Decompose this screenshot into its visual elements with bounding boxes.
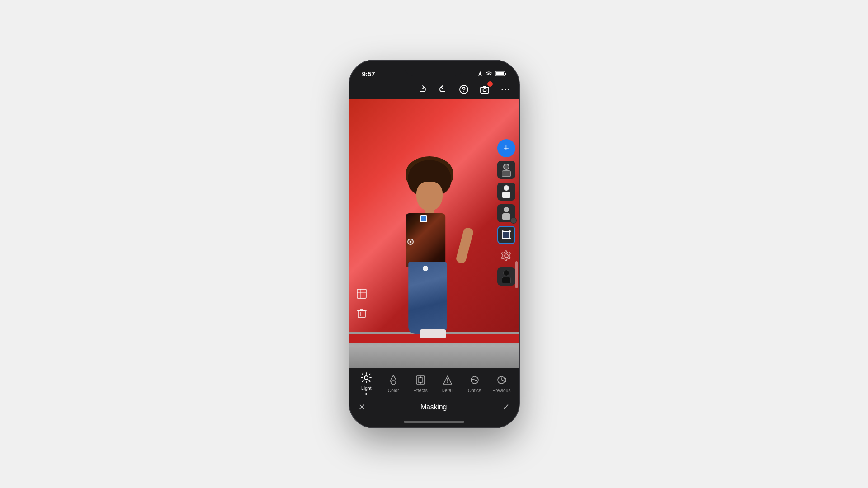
silhouette-button[interactable] — [497, 267, 515, 286]
light-active-dot — [365, 393, 367, 395]
subject-select-button[interactable] — [497, 183, 515, 201]
tool-color[interactable]: Color — [382, 374, 405, 393]
svg-rect-10 — [357, 289, 366, 298]
gradient-settings-button[interactable] — [498, 248, 514, 264]
svg-point-39 — [447, 382, 448, 383]
gradient-end-control[interactable] — [423, 266, 428, 271]
battery-icon — [495, 71, 506, 76]
svg-point-9 — [508, 89, 509, 90]
detail-icon — [441, 374, 454, 386]
optics-icon — [468, 374, 481, 386]
figure — [384, 160, 475, 368]
location-icon — [478, 71, 482, 77]
svg-line-27 — [363, 374, 363, 375]
photo-tool-icons — [355, 287, 368, 320]
mask-line-mid — [349, 230, 519, 230]
help-button[interactable] — [458, 83, 470, 96]
svg-point-18 — [509, 230, 511, 232]
add-mask-button[interactable]: + — [497, 139, 515, 157]
app-toolbar — [349, 80, 519, 99]
svg-line-29 — [369, 374, 370, 375]
rect-select-icon — [501, 230, 511, 240]
notch — [405, 61, 463, 76]
masking-close-button[interactable]: ✕ — [359, 402, 365, 412]
svg-rect-13 — [358, 310, 365, 318]
masking-title: Masking — [420, 403, 447, 411]
phone-device: 9:57 — [349, 61, 519, 427]
svg-point-22 — [364, 376, 368, 380]
wifi-icon — [485, 71, 492, 76]
phone-screen: 9:57 — [349, 61, 519, 427]
svg-point-8 — [505, 89, 506, 90]
status-bar: 9:57 — [349, 61, 519, 80]
masking-confirm-button[interactable]: ✓ — [502, 402, 510, 413]
remove-person-wrap: − — [497, 204, 515, 222]
tools-row: Light Color — [349, 371, 519, 395]
rect-select-button[interactable] — [497, 226, 515, 244]
tool-optics[interactable]: Optics — [463, 374, 486, 393]
bottom-toolbar: Light Color — [349, 368, 519, 397]
selection-handle[interactable] — [420, 215, 427, 222]
edit-icon[interactable] — [355, 287, 368, 300]
svg-rect-32 — [418, 378, 423, 382]
tool-light[interactable]: Light — [355, 371, 377, 395]
more-button[interactable] — [499, 83, 512, 96]
gradient-center-control[interactable] — [407, 239, 414, 245]
svg-point-4 — [463, 91, 464, 92]
svg-line-28 — [369, 380, 370, 381]
tool-detail[interactable]: Detail — [436, 374, 459, 393]
minus-badge: − — [510, 217, 517, 224]
svg-rect-1 — [505, 73, 506, 75]
status-time: 9:57 — [362, 70, 375, 78]
redo-button[interactable] — [416, 83, 429, 96]
camera-button[interactable] — [478, 83, 491, 96]
tool-effects[interactable]: Effects — [409, 374, 432, 393]
svg-rect-5 — [481, 87, 489, 93]
color-label: Color — [388, 388, 399, 393]
gear-icon — [500, 250, 512, 262]
svg-point-6 — [483, 89, 486, 92]
color-icon — [387, 374, 400, 386]
svg-rect-2 — [495, 72, 504, 75]
photo-area[interactable]: + — [349, 99, 519, 368]
previous-icon — [495, 374, 508, 386]
camera-badge — [487, 81, 493, 87]
light-label: Light — [361, 386, 372, 391]
svg-point-19 — [502, 238, 504, 239]
light-icon — [360, 371, 373, 384]
svg-point-20 — [509, 238, 511, 239]
status-icons — [478, 71, 506, 77]
home-bar[interactable] — [404, 421, 464, 423]
svg-line-30 — [363, 380, 363, 381]
effects-label: Effects — [413, 388, 428, 393]
home-indicator — [349, 418, 519, 427]
optics-label: Optics — [468, 388, 481, 393]
hair-mask-button[interactable] — [497, 161, 515, 179]
delete-icon[interactable] — [355, 307, 368, 320]
svg-rect-16 — [503, 231, 510, 239]
tool-previous[interactable]: Previous — [491, 374, 513, 393]
masking-panel: + — [495, 139, 519, 286]
detail-label: Detail — [442, 388, 454, 393]
effects-icon — [414, 374, 427, 386]
previous-label: Previous — [492, 388, 511, 393]
mask-line-top — [349, 187, 519, 187]
masking-bar: ✕ Masking ✓ — [349, 397, 519, 418]
mask-line-bot — [349, 275, 519, 275]
svg-point-17 — [502, 230, 504, 232]
undo-button[interactable] — [437, 83, 449, 96]
svg-point-7 — [501, 89, 503, 90]
